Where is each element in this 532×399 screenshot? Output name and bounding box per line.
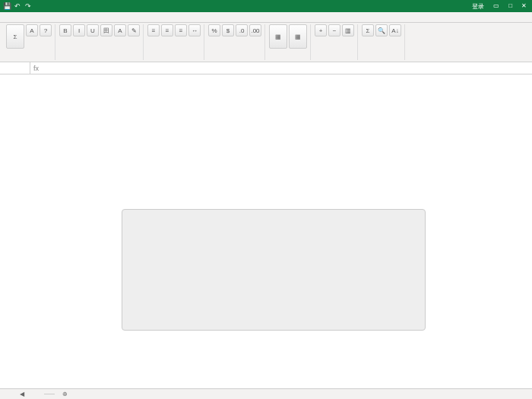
ribbon: ΣA? BIU田A✎ ≡≡≡↔ %$.0.00 ▦▦ +−▥ Σ🔍A↓ [0, 23, 532, 62]
ribbon-btn[interactable]: 🔍 [375, 24, 388, 36]
sheet-tab-active[interactable] [44, 394, 55, 394]
ribbon-btn[interactable]: I [73, 24, 85, 36]
keyboard-overlay [122, 209, 426, 331]
min-button[interactable]: ▭ [491, 2, 502, 11]
ribbon-btn[interactable]: ▦ [289, 24, 307, 49]
ribbon-btn[interactable]: B [59, 24, 71, 36]
ribbon-btn[interactable]: A↓ [389, 24, 401, 36]
fx-icon[interactable]: fx [30, 65, 42, 72]
group-label [59, 59, 140, 60]
formula-bar-row: fx [0, 62, 532, 74]
max-button[interactable]: □ [506, 2, 515, 11]
ribbon-btn[interactable]: ≡ [175, 24, 187, 36]
group-label [362, 59, 401, 60]
title-bar: 💾 ↶ ↷ 登录 ▭ □ ✕ [0, 0, 532, 12]
ribbon-btn[interactable]: ▥ [342, 24, 354, 36]
ribbon-btn[interactable]: ≡ [147, 24, 160, 36]
ribbon-btn[interactable]: − [328, 24, 340, 36]
sheet-add[interactable]: ⊕ [58, 391, 72, 397]
ribbon-btn[interactable]: U [87, 24, 99, 36]
ribbon-btn[interactable]: ≡ [161, 24, 173, 36]
ribbon-btn[interactable]: ↔ [188, 24, 201, 36]
min-button[interactable]: 登录 [470, 2, 486, 11]
ribbon-btn[interactable]: Σ [362, 24, 374, 36]
ribbon-btn[interactable]: ▦ [269, 24, 287, 49]
name-box[interactable] [0, 62, 30, 74]
ribbon-btn[interactable]: .00 [249, 24, 261, 36]
ribbon-btn[interactable]: .0 [236, 24, 248, 36]
ribbon-btn[interactable]: A [114, 24, 126, 36]
ribbon-btn[interactable]: $ [222, 24, 234, 36]
ribbon-tabs [0, 12, 532, 23]
sum-button[interactable]: Σ [6, 24, 24, 49]
group-label [269, 59, 307, 60]
ribbon-btn[interactable]: A [26, 24, 38, 36]
ribbon-btn[interactable]: ? [40, 24, 52, 36]
close-button[interactable]: ✕ [519, 2, 529, 11]
sheet-nav[interactable]: ◀ [15, 391, 29, 397]
ribbon-btn[interactable]: 田 [100, 24, 112, 36]
ribbon-btn[interactable]: ✎ [128, 24, 140, 36]
group-label [147, 59, 201, 60]
group-label [208, 59, 261, 60]
ribbon-btn[interactable]: + [315, 24, 327, 36]
quick-access-toolbar: 💾 ↶ ↷ [3, 2, 32, 10]
save-icon[interactable]: 💾 [3, 2, 11, 10]
group-label [6, 59, 52, 60]
undo-icon[interactable]: ↶ [14, 2, 21, 10]
group-label [315, 59, 354, 60]
sheet-tabs: ◀ ⊕ [0, 388, 532, 399]
redo-icon[interactable]: ↷ [24, 2, 32, 10]
ribbon-btn[interactable]: % [208, 24, 220, 36]
